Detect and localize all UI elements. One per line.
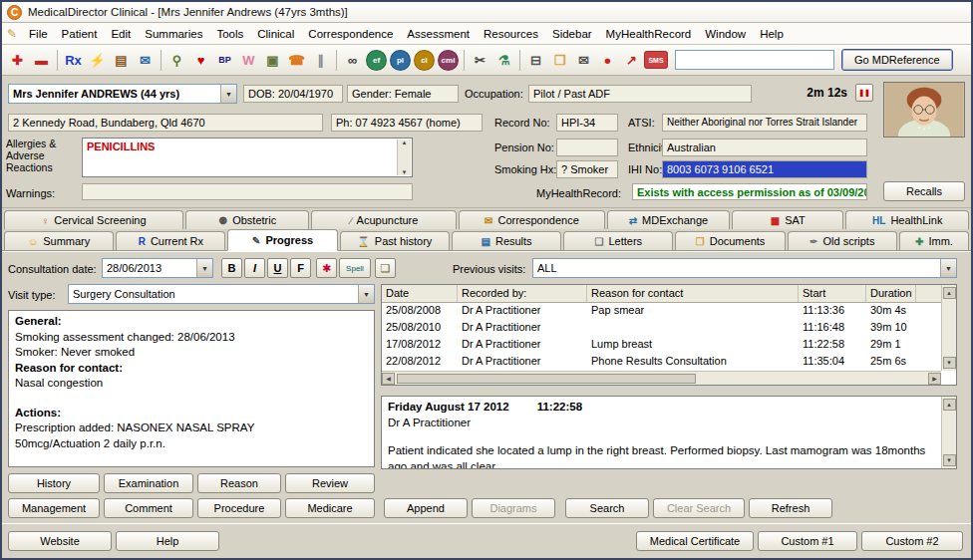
tab-sat[interactable]: ▦SAT [732,210,843,229]
medical-certificate-button[interactable]: Medical Certificate [636,531,754,551]
website-button[interactable]: Website [8,531,112,551]
scroll-down-icon[interactable]: ▼ [943,357,956,369]
sms-icon[interactable]: SMS [644,51,668,69]
specimen-flask-icon[interactable]: ⚗ [492,49,515,72]
custom1-button[interactable]: Custom #1 [758,531,857,551]
menu-myhealthrecord[interactable]: MyHealthRecord [599,26,699,42]
visit-row[interactable]: 17/08/2012 Dr A Practitioner Lump breast… [382,337,956,354]
menu-patient[interactable]: Patient [55,26,105,42]
pi-circle-icon[interactable]: pi [390,50,411,71]
append-button[interactable]: Append [384,498,468,518]
reason-button[interactable]: Reason [197,473,281,493]
table-horizontal-scrollbar[interactable]: ◀ ▶ [382,371,941,385]
detail-vertical-scrollbar[interactable]: ▲ ▼ [941,397,956,468]
examination-button[interactable]: Examination [104,473,193,493]
allergies-list[interactable]: PENICILLINS ▲▼ [82,138,413,177]
scroll-up-icon[interactable]: ▲ [943,399,956,411]
scroll-right-icon[interactable]: ▶ [928,373,941,385]
scroll-up-icon[interactable]: ▲ [943,287,956,299]
tab-letters[interactable]: ❏Letters [563,231,673,250]
graph-icon[interactable]: ↗ [620,49,643,72]
refresh-button[interactable]: Refresh [749,498,832,518]
lungs-icon[interactable]: W [237,49,260,72]
tab-old-scripts[interactable]: ✒Old scripts [788,231,897,250]
help-button[interactable]: Help [116,531,219,551]
search-button[interactable]: Search [565,498,649,518]
tab-cervical-screening[interactable]: ♀Cervical Screening [4,210,183,229]
menu-correspondence[interactable]: Correspondence [301,26,400,42]
binoculars-icon[interactable]: ∞ [341,49,364,72]
tab-obstetric[interactable]: ⚉Obstetric [185,210,309,229]
table-vertical-scrollbar[interactable]: ▲ ▼ [941,285,956,371]
italic-button[interactable]: I [244,258,265,278]
custom2-button[interactable]: Custom #2 [861,531,963,551]
tab-progress[interactable]: ✎Progress [227,229,337,251]
visit-row[interactable]: 25/08/2010 Dr A Practitioner 11:16:48 39… [382,320,956,337]
pathology-drop-icon[interactable]: ● [596,49,619,72]
bold-button[interactable]: B [221,258,242,278]
review-button[interactable]: Review [285,473,375,493]
tab-past-history[interactable]: ⌛Past history [340,231,450,250]
chevron-down-icon[interactable]: ▼ [196,259,212,277]
patient-name-selector[interactable]: Mrs Jennifer ANDREWS (44 yrs) ▼ [8,84,237,104]
tab-documents[interactable]: ❒Documents [675,231,785,250]
tab-correspondence[interactable]: ✉Correspondence [459,210,604,229]
tab-current-rx[interactable]: RCurrent Rx [116,231,225,250]
print-icon[interactable]: ⊟ [524,49,547,72]
tab-acupuncture[interactable]: ∕Acupuncture [311,210,457,229]
mims-book-icon[interactable]: ▤ [110,49,133,72]
cardio-heart-icon[interactable]: ♥ [189,49,212,72]
thermometer-icon[interactable]: ∥ [309,49,332,72]
tab-healthlink[interactable]: HLHealthLink [845,210,969,229]
menu-tools[interactable]: Tools [209,26,250,42]
insert-symbol-button[interactable]: ✱ [316,258,337,278]
tab-mdexchange[interactable]: ⇄MDExchange [607,210,731,229]
spell-check-button[interactable]: Spell [339,258,371,278]
allergies-scrollbar[interactable]: ▲▼ [397,140,411,175]
visit-row[interactable]: 22/08/2012 Dr A Practitioner Phone Resul… [382,354,956,371]
menu-help[interactable]: Help [753,26,791,42]
menu-clinical[interactable]: Clinical [250,26,301,42]
go-mdreference-button[interactable]: Go MDReference [841,49,953,71]
management-button[interactable]: Management [8,498,100,518]
menu-summaries[interactable]: Summaries [138,26,209,42]
underline-button[interactable]: U [267,258,288,278]
open-folder-icon[interactable]: ❒ [548,49,571,72]
previous-visits-filter-combo[interactable]: ALL ▼ [532,258,957,278]
ci-circle-icon[interactable]: ci [414,50,435,71]
visit-type-combo[interactable]: Surgery Consultation ▼ [68,284,375,304]
menu-window[interactable]: Window [698,26,753,42]
chevron-down-icon[interactable]: ▼ [358,285,374,303]
immunisation-syringe-icon[interactable]: ⚲ [165,49,188,72]
pause-timer-button[interactable]: ❚❚ [855,84,873,102]
email-icon[interactable]: ✉ [572,49,595,72]
font-button[interactable]: F [290,258,311,278]
prescriptions-rx-icon[interactable]: Rx [62,49,85,72]
menu-edit[interactable]: Edit [104,26,138,42]
comment-button[interactable]: Comment [104,498,193,518]
tab-results[interactable]: ▤Results [452,231,561,250]
medicare-button[interactable]: Medicare [285,498,375,518]
recalls-button[interactable]: Recalls [883,181,965,201]
scroll-up-icon[interactable]: ▲ [402,140,408,145]
child-window-icon[interactable]: ✎ [7,27,17,41]
add-patient-icon[interactable]: ✚ [6,49,29,72]
menu-file[interactable]: File [22,26,55,42]
remove-patient-icon[interactable]: ▬ [30,49,53,72]
cmi-circle-icon[interactable]: cmi [438,50,459,71]
scroll-down-icon[interactable]: ▼ [943,454,956,466]
chevron-down-icon[interactable]: ▼ [220,85,236,103]
care-plan-clipboard-icon[interactable]: ▣ [261,49,284,72]
consultation-date-combo[interactable]: 28/06/2013 ▼ [102,258,213,278]
scissors-icon[interactable]: ✂ [469,49,491,72]
menu-assessment[interactable]: Assessment [400,26,477,42]
end-visit-runner-icon[interactable]: ⚡ [86,49,109,72]
blood-pressure-icon[interactable]: BP [213,49,236,72]
visit-row[interactable]: 25/08/2008 Dr A Practitioner Pap smear 1… [382,303,956,320]
tab-summary[interactable]: ☺Summary [4,231,114,250]
scrollbar-thumb[interactable] [397,374,696,384]
etg-circle-icon[interactable]: ef [366,50,387,71]
menu-sidebar[interactable]: Sidebar [545,26,599,42]
scroll-down-icon[interactable]: ▼ [402,169,408,175]
procedure-button[interactable]: Procedure [197,498,281,518]
